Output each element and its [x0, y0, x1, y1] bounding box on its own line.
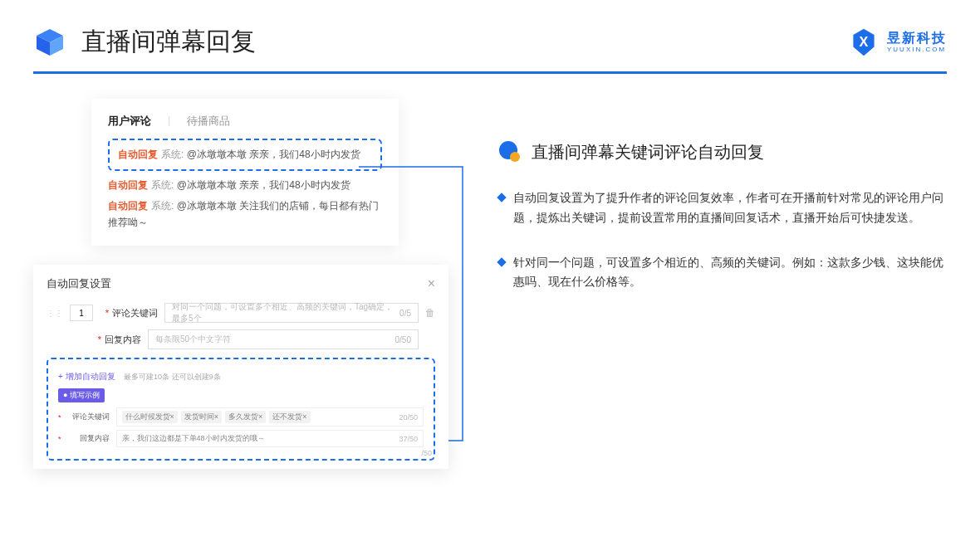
settings-title: 自动回复设置	[47, 276, 111, 291]
delete-icon[interactable]: 🗑	[425, 307, 435, 319]
brand-logo: X 昱新科技 YUUXIN.COM	[849, 27, 947, 57]
example-badge: ● 填写示例	[58, 388, 105, 402]
close-icon[interactable]: ×	[428, 276, 435, 291]
example-keyword-field: 什么时候发货× 发货时间× 多久发货× 还不发货× 20/50	[116, 407, 424, 427]
keyword-input[interactable]: 对同一个问题，可设置多个相近、高频的关键词，Tag确定，最多5个 0/5	[164, 303, 419, 323]
order-input[interactable]	[70, 305, 93, 321]
bubble-icon	[498, 140, 522, 163]
add-reply-link[interactable]: + 增加自动回复	[58, 371, 115, 383]
bullet-2: 针对同一个问题，可设置多个相近的、高频的关键词。例如：这款多少钱、这块能优惠吗、…	[498, 253, 947, 293]
bullet-1: 自动回复设置为了提升作者的评论回复效率，作者可在开播前针对常见的评论用户问题，提…	[498, 188, 947, 228]
cube-icon	[33, 26, 66, 59]
svg-text:X: X	[860, 34, 869, 49]
svg-point-5	[510, 152, 520, 162]
divider	[33, 71, 947, 74]
reply-input[interactable]: 每条限50个中文字符 0/50	[148, 329, 419, 349]
highlighted-comment: 自动回复系统: @冰墩墩本墩 亲亲，我们48小时内发货	[108, 139, 382, 171]
example-reply-field: 亲，我们这边都是下单48小时内发货的哦～ 37/50	[116, 430, 424, 447]
tab-user-comments[interactable]: 用户评论	[108, 114, 151, 129]
drag-handle-icon[interactable]: ⋮⋮	[47, 309, 63, 318]
comments-panel: 用户评论 | 待播商品 自动回复系统: @冰墩墩本墩 亲亲，我们48小时内发货 …	[91, 99, 399, 246]
page-title: 直播间弹幕回复	[81, 25, 256, 59]
settings-panel: 自动回复设置 × ⋮⋮ *评论关键词 对同一个问题，可设置多个相近、高频的关键词…	[33, 265, 448, 469]
section-title: 直播间弹幕关键词评论自动回复	[532, 141, 764, 163]
example-section: + 增加自动回复 最多可建10条 还可以创建9条 ● 填写示例 *评论关键词 什…	[47, 358, 435, 461]
tab-pending-products[interactable]: 待播商品	[187, 114, 230, 129]
